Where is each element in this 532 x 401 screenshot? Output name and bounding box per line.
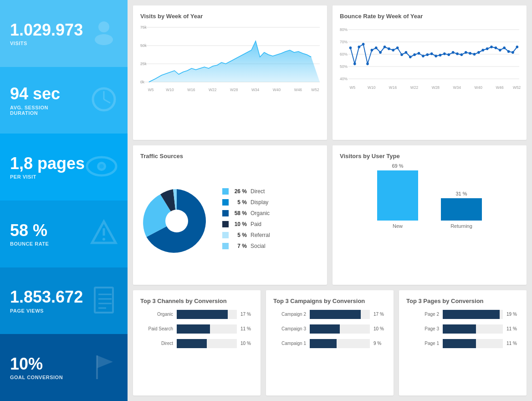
legend-label-direct: Direct <box>251 188 265 195</box>
traffic-legend: 26 % Direct 5 % Display 58 % Organic 10 … <box>222 188 320 254</box>
svg-point-78 <box>490 46 493 48</box>
new-label: New <box>393 223 403 229</box>
legend-display: 5 % Display <box>222 199 320 206</box>
page-track-3 <box>443 339 503 348</box>
svg-point-47 <box>358 46 360 48</box>
svg-text:W16: W16 <box>187 87 195 92</box>
svg-text:W40: W40 <box>273 87 281 92</box>
page-fill-1 <box>443 310 500 319</box>
legend-color-referral <box>222 232 229 238</box>
legend-color-display <box>222 199 229 206</box>
legend-color-social <box>222 243 229 249</box>
channel-pct-3: 10 % <box>240 341 253 346</box>
svg-point-70 <box>456 52 459 55</box>
sidebar-pageviews: 1.853.672 PAGE VIEWS <box>0 267 128 334</box>
page-label-3: Page 1 <box>406 341 439 346</box>
returning-label: Returning <box>450 223 472 229</box>
svg-point-55 <box>392 49 394 51</box>
legend-direct: 26 % Direct <box>222 188 320 195</box>
clock-icon <box>90 86 118 115</box>
campaign-fill-3 <box>310 339 337 348</box>
person-icon <box>90 19 118 48</box>
svg-point-62 <box>422 55 425 57</box>
svg-point-68 <box>447 53 450 56</box>
svg-text:W16: W16 <box>389 85 397 90</box>
campaign-row-1: Campaign 2 17 % <box>273 310 386 319</box>
channel-label-2: Paid Search <box>140 326 173 331</box>
legend-pct-referral: 5 % <box>232 232 247 238</box>
svg-point-56 <box>396 46 399 49</box>
page-pct-2: 11 % <box>506 326 519 331</box>
svg-point-71 <box>460 53 463 56</box>
svg-point-52 <box>379 51 382 54</box>
svg-point-73 <box>469 52 471 55</box>
channel-fill-3 <box>177 339 207 348</box>
page-row-2: Page 3 11 % <box>406 324 519 334</box>
svg-point-64 <box>430 52 433 55</box>
new-bar <box>377 170 418 221</box>
legend-paid: 10 % Paid <box>222 221 320 227</box>
sidebar-pages: 1,8 pages PER VISIT <box>0 134 128 200</box>
legend-pct-social: 7 % <box>232 243 247 249</box>
channel-row-2: Paid Search 11 % <box>140 324 253 334</box>
svg-point-74 <box>473 53 476 56</box>
svg-point-94 <box>165 210 188 232</box>
campaign-pct-1: 17 % <box>373 312 386 317</box>
traffic-sources-title: Traffic Sources <box>140 153 320 159</box>
bounce-chart-area: 80% 70% 60% 50% 40% <box>340 25 519 98</box>
campaign-fill-1 <box>310 310 361 319</box>
svg-text:W5: W5 <box>350 85 356 90</box>
page-row-1: Page 2 19 % <box>406 310 519 319</box>
channel-label-3: Direct <box>140 341 173 346</box>
channel-fill-2 <box>177 324 210 334</box>
svg-text:W22: W22 <box>410 85 418 90</box>
campaign-track-3 <box>310 339 370 348</box>
svg-point-77 <box>486 47 489 50</box>
bounce-chart-card: Bounce Rate by Week of Year 80% 70% 60% … <box>332 5 527 140</box>
page-label-2: Page 3 <box>406 326 439 331</box>
bounce-label: BOUNCE RATE <box>10 241 49 247</box>
page-label-1: Page 2 <box>406 312 439 317</box>
svg-point-69 <box>452 51 455 54</box>
flag-icon <box>90 352 118 383</box>
visits-chart-title: Visits by Week of Year <box>140 13 320 20</box>
svg-text:70%: 70% <box>340 40 348 44</box>
svg-text:W52: W52 <box>513 85 521 90</box>
svg-line-4 <box>104 99 110 103</box>
visits-value: 1.029.973 <box>10 21 83 39</box>
svg-point-49 <box>366 62 369 65</box>
legend-organic: 58 % Organic <box>222 210 320 216</box>
traffic-sources-card: Traffic Sources <box>133 145 327 284</box>
sidebar-conversion: 10% GOAL CONVERSION <box>0 334 128 401</box>
svg-point-46 <box>353 62 356 65</box>
page-row-3: Page 1 11 % <box>406 339 519 348</box>
svg-text:40%: 40% <box>340 77 348 81</box>
bounce-chart-title: Bounce Rate by Week of Year <box>340 13 519 20</box>
pages-title: Top 3 Pages by Conversion <box>406 298 519 304</box>
pages-label: PER VISIT <box>10 174 85 180</box>
legend-pct-display: 5 % <box>232 199 247 206</box>
svg-text:50k: 50k <box>140 43 147 48</box>
returning-pct-label: 31 % <box>455 191 467 196</box>
legend-referral: 5 % Referral <box>222 232 320 238</box>
svg-text:W22: W22 <box>209 87 216 92</box>
page-track-1 <box>443 310 503 319</box>
legend-label-display: Display <box>251 199 268 206</box>
channel-pct-1: 17 % <box>240 312 253 317</box>
svg-point-7 <box>99 164 104 169</box>
visits-label: VISITS <box>10 41 83 46</box>
campaign-label-1: Campaign 2 <box>273 312 306 317</box>
legend-label-referral: Referral <box>251 232 270 238</box>
user-type-title: Visitors by User Type <box>340 153 519 159</box>
traffic-content: 26 % Direct 5 % Display 58 % Organic 10 … <box>140 165 320 277</box>
svg-text:25k: 25k <box>140 62 147 66</box>
campaign-pct-2: 10 % <box>373 326 386 331</box>
svg-point-82 <box>507 50 510 53</box>
svg-text:W46: W46 <box>294 87 302 92</box>
campaigns-card: Top 3 Campaigns by Conversion Campaign 2… <box>266 290 394 396</box>
sidebar-visits: 1.029.973 VISITS <box>0 0 128 67</box>
legend-pct-direct: 26 % <box>232 188 247 195</box>
visits-chart-area: 75k 50k 25k 0k W5 W10 W16 W22 W28 <box>140 25 320 98</box>
campaign-label-3: Campaign 1 <box>273 341 306 346</box>
page-fill-3 <box>443 339 476 348</box>
